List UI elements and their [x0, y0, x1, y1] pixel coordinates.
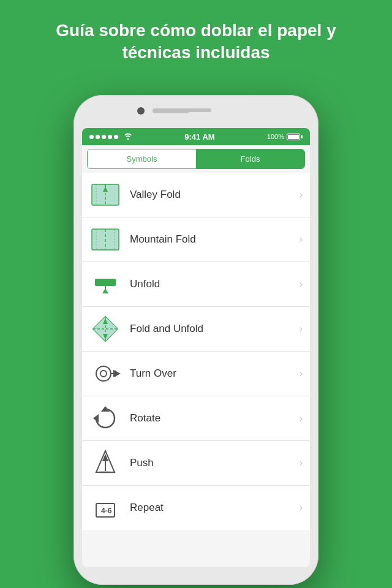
phone-top-bar — [82, 104, 310, 128]
fold-and-unfold-label: Fold and Unfold — [130, 323, 300, 335]
list-item-unfold[interactable]: Unfold › — [82, 262, 310, 307]
list-item-fold-and-unfold[interactable]: Fold and Unfold › — [82, 307, 310, 352]
chevron-icon: › — [300, 458, 303, 469]
battery-icon — [287, 134, 303, 140]
chevron-icon: › — [300, 279, 303, 290]
svg-text:4-6: 4-6 — [101, 507, 112, 515]
turn-over-label: Turn Over — [130, 368, 300, 380]
chevron-icon: › — [300, 502, 303, 513]
repeat-icon: 4-6 — [89, 492, 121, 524]
chevron-icon: › — [300, 413, 303, 424]
push-icon — [89, 447, 121, 479]
phone-body: 9:41 AM 100% Symbols Folds — [74, 95, 318, 585]
list-item-valley-fold[interactable]: Valley Fold › — [82, 173, 310, 217]
repeat-label: Repeat — [130, 502, 300, 514]
svg-point-18 — [96, 366, 111, 381]
status-bar: 9:41 AM 100% — [82, 128, 310, 145]
signal-dot — [96, 135, 100, 139]
fold-and-unfold-icon — [89, 313, 121, 345]
signal-dot — [89, 135, 94, 139]
signal-dot — [102, 135, 106, 139]
list-item-mountain-fold[interactable]: Mountain Fold › — [82, 217, 310, 262]
list-container: Valley Fold › Moun — [82, 173, 310, 530]
tab-bar: Symbols Folds — [87, 149, 305, 169]
chevron-icon: › — [300, 368, 303, 379]
signal-dot — [108, 135, 112, 139]
app-background: Guía sobre cómo doblar el papel y técnic… — [0, 0, 392, 77]
unfold-icon — [89, 268, 121, 300]
chevron-icon: › — [300, 323, 303, 334]
list-item-rotate[interactable]: Rotate › — [82, 396, 310, 441]
battery-pct: 100% — [267, 133, 284, 140]
chevron-icon: › — [300, 234, 303, 245]
header-text: Guía sobre cómo doblar el papel y técnic… — [0, 0, 392, 77]
wifi-icon — [124, 132, 132, 141]
phone-earpiece — [153, 108, 189, 113]
tab-symbols[interactable]: Symbols — [88, 149, 196, 168]
valley-fold-icon — [89, 179, 121, 211]
list-item-repeat[interactable]: 4-6 Repeat › — [82, 486, 310, 530]
list-item-turn-over[interactable]: Turn Over › — [82, 352, 310, 396]
rotate-icon — [89, 402, 121, 434]
battery-area: 100% — [267, 133, 303, 140]
phone-screen: 9:41 AM 100% Symbols Folds — [82, 128, 310, 567]
phone-camera — [137, 107, 145, 115]
phone-mockup: 9:41 AM 100% Symbols Folds — [74, 95, 318, 585]
list-item-push[interactable]: Push › — [82, 441, 310, 486]
rotate-label: Rotate — [130, 412, 300, 424]
tab-folds[interactable]: Folds — [196, 149, 304, 168]
chevron-icon: › — [300, 189, 303, 200]
signal-dot — [114, 135, 118, 139]
push-label: Push — [130, 457, 300, 469]
svg-point-19 — [100, 371, 107, 377]
valley-fold-label: Valley Fold — [130, 189, 300, 201]
unfold-label: Unfold — [130, 278, 300, 290]
mountain-fold-icon — [89, 224, 121, 255]
turn-over-icon — [89, 358, 121, 390]
status-time: 9:41 AM — [184, 132, 214, 141]
mountain-fold-label: Mountain Fold — [130, 233, 300, 246]
svg-rect-9 — [95, 279, 116, 286]
